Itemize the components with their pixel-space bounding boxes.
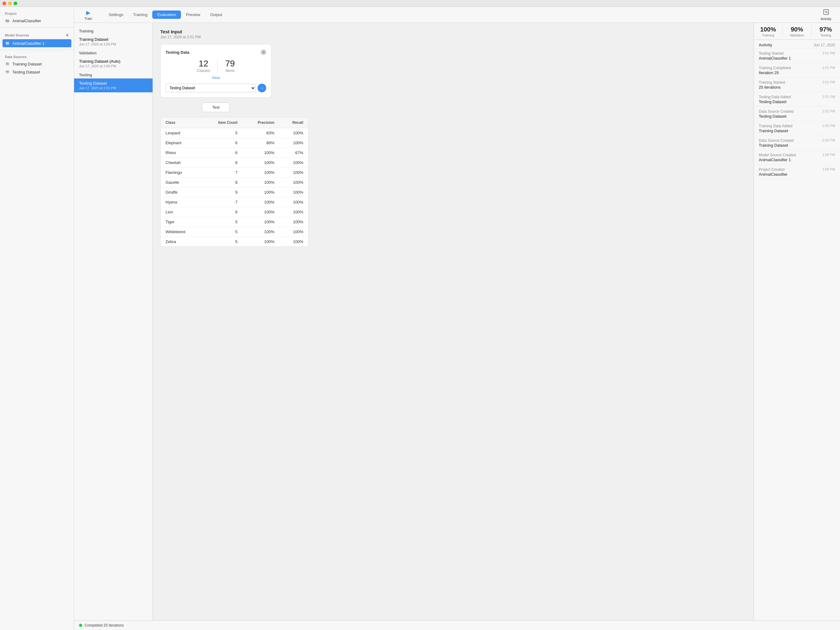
sidebar-item-training-dataset[interactable]: Training Dataset <box>0 60 74 68</box>
activity-entries: Testing Started 2:01 PM AnimalClassifier… <box>754 49 840 179</box>
sidebar-item-testing-dataset[interactable]: Testing Dataset <box>0 68 74 76</box>
app: Project AnimalClassifier Model Sources +… <box>0 0 840 630</box>
training-stat: 100% Training <box>754 26 782 37</box>
validation-dataset-name: Training Dataset (Auto) <box>79 59 148 64</box>
cell-item-count: 8 <box>202 207 242 217</box>
tab-training[interactable]: Training <box>128 11 152 19</box>
activity-entry: Model Source Created 1:58 PM AnimalClass… <box>754 150 840 165</box>
activity-event-label: Testing Data Added <box>759 95 791 99</box>
cell-class: Elephant <box>161 138 202 148</box>
data-sources-label: Data Sources <box>5 55 27 59</box>
activity-entry-top: Project Created 1:58 PM <box>759 167 835 172</box>
maximize-button[interactable] <box>14 2 17 5</box>
training-dataset-name: Training Dataset <box>79 37 148 42</box>
activity-event-value: Training Dataset <box>759 128 835 133</box>
classes-count: 12 <box>199 59 208 69</box>
sidebar-item-project[interactable]: AnimalClassifier <box>0 17 74 25</box>
validation-dataset-item[interactable]: Training Dataset (Auto) Jun 17, 2020 at … <box>74 57 153 70</box>
cell-recall: 67% <box>279 148 308 158</box>
activity-label: Activity <box>821 17 831 21</box>
activity-event-value: Testing Dataset <box>759 114 835 118</box>
table-row: Wildebeest 5 100% 100% <box>161 227 308 237</box>
toolbar-tabs: Settings Training Evaluation Preview Out… <box>104 11 227 19</box>
tab-output[interactable]: Output <box>205 11 227 19</box>
training-dataset-label: Training Dataset <box>13 62 42 66</box>
cell-class: Gazelle <box>161 178 202 188</box>
tab-settings[interactable]: Settings <box>104 11 128 19</box>
activity-event-time: 2:00 PM <box>823 138 835 142</box>
testing-dataset-item[interactable]: Testing Dataset Jun 17, 2020 at 2:01 PM <box>74 79 153 92</box>
cell-recall: 100% <box>279 197 308 207</box>
activity-entry: Training Started 2:01 PM 25 iterations <box>754 78 840 92</box>
minimize-button[interactable] <box>8 2 12 5</box>
activity-event-label: Training Started <box>759 80 785 85</box>
training-dataset-item[interactable]: Training Dataset Jun 17, 2020 at 2:00 PM <box>74 35 153 49</box>
testing-data-card: Testing Data ✕ 12 Classes 79 Items <box>160 44 272 98</box>
tab-evaluation[interactable]: Evaluation <box>152 11 181 19</box>
testing-stat-label: Testing <box>820 33 831 37</box>
activity-header-row: Activity Jun 17, 2020 <box>754 40 840 49</box>
activity-event-value: Iteration 25 <box>759 70 835 75</box>
testing-dataset-date: Jun 17, 2020 at 2:01 PM <box>79 86 148 90</box>
cell-recall: 100% <box>279 227 308 237</box>
cell-precision: 100% <box>242 168 279 178</box>
train-button[interactable]: ▶ Train <box>79 8 98 22</box>
cell-precision: 100% <box>242 178 279 188</box>
svg-rect-2 <box>6 42 9 45</box>
test-button-container: Test <box>160 103 272 112</box>
activity-entry-top: Training Data Added 2:00 PM <box>759 124 835 128</box>
sidebar-item-model-source[interactable]: AnimalClassifier 1 <box>3 39 71 47</box>
tab-preview[interactable]: Preview <box>181 11 205 19</box>
activity-event-value: AnimalClassifier 1 <box>759 158 835 162</box>
table-row: Cheetah 8 100% 100% <box>161 158 308 168</box>
activity-entry: Testing Data Added 2:01 PM Testing Datas… <box>754 92 840 107</box>
activity-entry-top: Data Source Created 2:01 PM <box>759 109 835 114</box>
activity-entry-top: Testing Started 2:01 PM <box>759 51 835 55</box>
view-link[interactable]: View <box>212 76 220 80</box>
content-area: Training Training Dataset Jun 17, 2020 a… <box>74 23 840 621</box>
divider2 <box>0 50 74 50</box>
test-button[interactable]: Test <box>202 103 230 112</box>
status-text: Completed 25 iterations <box>85 623 124 627</box>
svg-line-12 <box>827 12 827 13</box>
training-section-title: Training <box>74 27 153 35</box>
cell-class: Leopard <box>161 128 202 138</box>
activity-entry: Training Completed 2:01 PM Iteration 25 <box>754 63 840 78</box>
dataset-select[interactable]: Testing Dataset <box>166 84 256 92</box>
train-button-label: Train <box>85 17 92 21</box>
activity-event-value: AnimalClassifier <box>759 172 835 177</box>
test-input-title: Test Input <box>160 29 746 34</box>
table-row: Zebra 5 100% 100% <box>161 237 308 247</box>
titlebar <box>0 0 840 7</box>
cell-recall: 100% <box>279 138 308 148</box>
activity-event-value: AnimalClassifier 1 <box>759 56 835 60</box>
classes-stat: 12 Classes <box>189 59 218 73</box>
cell-item-count: 9 <box>202 188 242 197</box>
testing-data-title: Testing Data <box>166 50 189 55</box>
activity-panel: 100% Training 90% Validation 97% Testing <box>753 23 840 621</box>
add-model-source-button[interactable]: + <box>65 32 69 38</box>
cell-precision: 86% <box>242 138 279 148</box>
stats-bar: 100% Training 90% Validation 97% Testing <box>754 23 840 40</box>
table-row: Hyena 7 100% 100% <box>161 197 308 207</box>
activity-event-label: Training Data Added <box>759 124 793 128</box>
activity-entry: Training Data Added 2:00 PM Training Dat… <box>754 122 840 136</box>
testing-data-close-button[interactable]: ✕ <box>261 49 266 55</box>
col-item-count: Item Count <box>202 117 242 128</box>
eval-panel: Test Input Jun 17, 2020 at 2:01 PM Testi… <box>153 23 753 621</box>
activity-entry: Data Source Created 2:01 PM Testing Data… <box>754 107 840 122</box>
status-dot <box>79 624 82 627</box>
table-row: Tiger 5 100% 100% <box>161 217 308 227</box>
close-button[interactable] <box>3 2 6 5</box>
cell-item-count: 6 <box>202 138 242 148</box>
dataset-icon-2 <box>5 69 10 74</box>
activity-header-label: Activity <box>759 43 772 47</box>
activity-event-time: 2:00 PM <box>823 124 835 128</box>
activity-event-time: 2:01 PM <box>823 51 835 55</box>
training-dataset-date: Jun 17, 2020 at 2:00 PM <box>79 42 148 46</box>
go-button[interactable]: → <box>257 84 266 92</box>
classes-label: Classes <box>197 69 210 73</box>
cell-item-count: 5 <box>202 237 242 247</box>
activity-event-label: Model Source Created <box>759 153 796 157</box>
activity-button[interactable]: Activity <box>817 8 835 22</box>
